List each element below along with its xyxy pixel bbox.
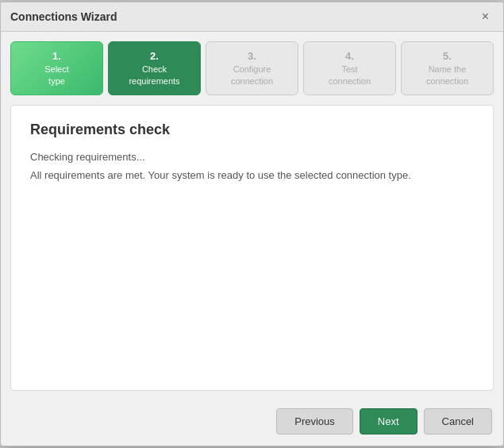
connections-wizard-dialog: Connections Wizard × 1. Selecttype 2. Ch…	[0, 2, 504, 446]
step-4-label: Testconnection	[309, 64, 391, 87]
footer: Previous Next Cancel	[1, 400, 503, 446]
step-4-number: 4.	[309, 50, 391, 62]
title-bar: Connections Wizard ×	[1, 2, 503, 32]
step-5: 5. Name theconnection	[401, 41, 494, 95]
step-3: 3. Configureconnection	[206, 41, 298, 95]
cancel-button[interactable]: Cancel	[424, 408, 492, 434]
step-3-number: 3.	[211, 50, 293, 62]
step-5-label: Name theconnection	[406, 64, 488, 87]
step-5-number: 5.	[406, 50, 488, 62]
step-3-label: Configureconnection	[211, 64, 293, 87]
checking-status: Checking requirements...	[30, 151, 474, 163]
close-button[interactable]: ×	[477, 9, 494, 25]
content-area: Requirements check Checking requirements…	[10, 105, 494, 391]
step-2: 2. Checkrequirements	[108, 41, 201, 95]
previous-button[interactable]: Previous	[276, 408, 353, 434]
step-1-label: Selecttype	[16, 64, 98, 87]
step-4: 4. Testconnection	[303, 41, 396, 95]
steps-bar: 1. Selecttype 2. Checkrequirements 3. Co…	[1, 32, 503, 95]
section-title: Requirements check	[30, 122, 474, 138]
next-button[interactable]: Next	[360, 408, 417, 434]
step-1: 1. Selecttype	[10, 41, 103, 95]
step-1-number: 1.	[16, 50, 98, 62]
success-message: All requirements are met. Your system is…	[30, 169, 474, 181]
step-2-label: Checkrequirements	[113, 64, 195, 87]
dialog-title: Connections Wizard	[10, 10, 117, 23]
step-2-number: 2.	[113, 50, 195, 62]
